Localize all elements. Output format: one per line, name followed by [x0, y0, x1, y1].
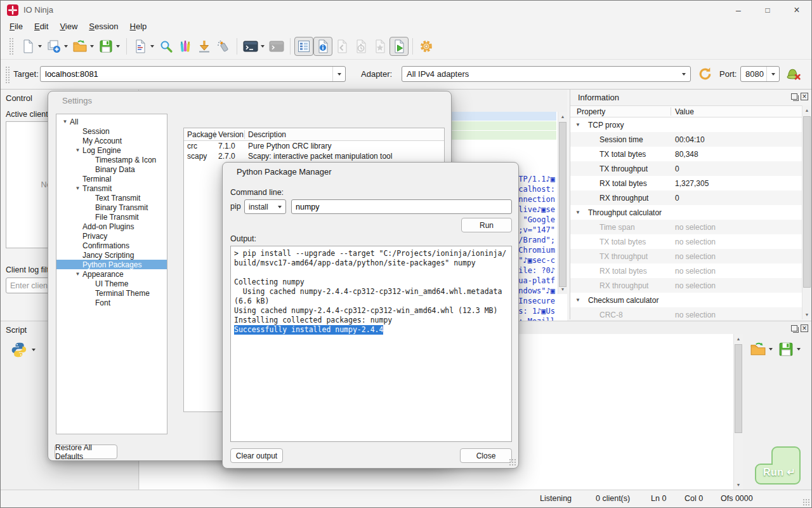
- scapy[interactable]: scapy 2.7.0 Scapy: interactive packet ma…: [184, 151, 444, 161]
- settings-tree-item[interactable]: ▼ Add-on Plugins: [56, 222, 167, 231]
- save-script-icon[interactable]: [778, 342, 794, 357]
- log-scroll-thumb[interactable]: [559, 122, 566, 287]
- information-toggle[interactable]: [313, 37, 332, 56]
- menu-item[interactable]: Edit: [29, 20, 53, 32]
- property-row[interactable]: ▼ CRC-8 no selection: [570, 307, 802, 319]
- property-row[interactable]: ▼ RX throughput no selection: [570, 278, 802, 293]
- new-session-button[interactable]: [44, 37, 63, 56]
- property-row[interactable]: ▼ Checksum calculator: [570, 293, 802, 307]
- property-row[interactable]: ▼ TX throughput no selection: [570, 249, 802, 264]
- close-panel-icon[interactable]: ×: [801, 93, 808, 100]
- output-line[interactable]: (6.6 kB): [234, 297, 508, 306]
- scroll-up-arrow[interactable]: ▲: [802, 105, 811, 115]
- highlight-button[interactable]: [176, 37, 195, 56]
- scroll-down-arrow[interactable]: ▼: [802, 310, 811, 319]
- package-name-input[interactable]: [291, 199, 512, 214]
- output-line[interactable]: > pip install --upgrade --target "C:/Pro…: [234, 249, 508, 258]
- menu-item[interactable]: Help: [125, 20, 152, 32]
- settings-tree-item[interactable]: ▼ File Transmit: [56, 212, 167, 222]
- tree-expander-icon[interactable]: ▼: [73, 185, 82, 191]
- settings-tree-item[interactable]: ▼ Privacy: [56, 231, 167, 241]
- output-line[interactable]: Collecting numpy: [234, 277, 508, 287]
- log-record-button[interactable]: [131, 37, 150, 56]
- settings-tree-item[interactable]: ▼ Timestamp & Icon: [56, 155, 167, 164]
- settings-tree-item[interactable]: ▼ Binary Transmit: [56, 203, 167, 212]
- version-column-header[interactable]: Version: [215, 130, 245, 139]
- property-row[interactable]: ▼ TX total bytes no selection: [570, 234, 802, 249]
- output-line[interactable]: build/msvc17-amd64/app-data/python/site-…: [234, 258, 508, 268]
- settings-tree-item[interactable]: ▼ Transmit: [56, 184, 167, 193]
- console-button[interactable]: [241, 37, 260, 56]
- open-script-dropdown[interactable]: [769, 348, 773, 351]
- close-button[interactable]: ×: [782, 1, 811, 19]
- clear-log-button[interactable]: [214, 37, 233, 56]
- new-file-button[interactable]: [18, 37, 37, 56]
- property-row[interactable]: ▼ TCP proxy: [570, 117, 802, 132]
- scroll-down-arrow[interactable]: ▼: [734, 480, 743, 490]
- package-column-header[interactable]: Package: [184, 130, 215, 139]
- log-scrollbar[interactable]: ▲ ▼: [558, 112, 567, 294]
- scroll-up-arrow[interactable]: ▲: [558, 112, 567, 121]
- settings-tree-item[interactable]: ▼ My Account: [56, 136, 167, 145]
- settings-button[interactable]: [417, 37, 436, 56]
- output-line[interactable]: Using cached numpy-2.4.4-cp312-cp312-win…: [234, 306, 508, 316]
- information-scroll-thumb[interactable]: [803, 116, 811, 288]
- scroll-up-arrow[interactable]: ▲: [734, 334, 743, 344]
- refresh-adapters-icon[interactable]: [697, 66, 713, 82]
- pip-run-button[interactable]: Run: [461, 218, 512, 232]
- save-button[interactable]: [96, 37, 115, 56]
- clear-output-button[interactable]: Clear output: [230, 448, 283, 463]
- property-row[interactable]: ▼ RX throughput 0: [570, 190, 802, 205]
- console-secondary-button[interactable]: [267, 37, 286, 56]
- editor-scrollbar[interactable]: ▲ ▼: [733, 334, 743, 490]
- scroll-down-arrow[interactable]: ▼: [558, 284, 567, 294]
- timestamps-button[interactable]: [351, 37, 370, 56]
- menu-item[interactable]: Session: [84, 20, 123, 32]
- tree-expander-icon[interactable]: ▼: [60, 119, 70, 124]
- restore-defaults-button[interactable]: Restore All Defaults: [55, 444, 117, 459]
- settings-tree-item[interactable]: ▼ UI Theme: [56, 279, 167, 288]
- close-dialog-button[interactable]: Close: [460, 448, 512, 463]
- settings-tree-item[interactable]: ▼ Font: [56, 298, 167, 307]
- property-row[interactable]: ▼ TX total bytes 80,348: [570, 147, 802, 161]
- import-log-button[interactable]: [195, 37, 214, 56]
- collapse-chevron-icon[interactable]: ▼: [575, 122, 584, 128]
- collapse-chevron-icon[interactable]: ▼: [575, 297, 584, 303]
- property-row[interactable]: ▼ TX throughput 0: [570, 161, 802, 176]
- settings-tree-item[interactable]: ▼ Terminal: [56, 174, 167, 184]
- new-session-dropdown[interactable]: [64, 45, 68, 48]
- settings-tree-item[interactable]: ▼ Text Transmit: [56, 193, 167, 203]
- addressbar-grip[interactable]: [6, 67, 10, 83]
- find-button[interactable]: [157, 37, 176, 56]
- minimize-button[interactable]: –: [724, 1, 753, 19]
- float-panel-icon[interactable]: [791, 93, 797, 100]
- log-record-dropdown[interactable]: [150, 45, 154, 48]
- run-script-button[interactable]: Run ↵: [754, 446, 801, 485]
- tree-expander-icon[interactable]: ▼: [73, 147, 82, 153]
- property-row[interactable]: ▼ Time span no selection: [570, 220, 802, 234]
- settings-tree-item[interactable]: ▼ Jancy Scripting: [56, 250, 167, 260]
- information-column-headers[interactable]: Property Value: [570, 105, 802, 117]
- output-line[interactable]: [234, 268, 508, 277]
- packages-table-header[interactable]: Package Version Description: [184, 128, 444, 141]
- console-dropdown[interactable]: [261, 45, 265, 48]
- property-row[interactable]: ▼ RX total bytes 1,327,305: [570, 176, 802, 190]
- save-script-dropdown[interactable]: [797, 348, 801, 351]
- settings-tree-item[interactable]: ▼ Session: [56, 126, 167, 136]
- tree-expander-icon[interactable]: ▼: [73, 271, 82, 277]
- description-column-header[interactable]: Description: [245, 130, 444, 139]
- editor-scroll-thumb[interactable]: [735, 344, 742, 433]
- port-combo[interactable]: 8080: [740, 66, 780, 82]
- target-input[interactable]: [45, 69, 345, 79]
- menu-item[interactable]: View: [55, 20, 82, 32]
- settings-tree-item[interactable]: ▼ Confirmations: [56, 241, 167, 250]
- script-language-dropdown[interactable]: [32, 349, 36, 351]
- navigate-chevron-button[interactable]: [332, 37, 351, 56]
- settings-tree-item[interactable]: ▼ Appearance: [56, 269, 167, 279]
- output-line[interactable]: Using cached numpy-2.4.4-cp312-cp312-win…: [234, 287, 508, 297]
- value-column-header[interactable]: Value: [675, 107, 694, 116]
- stop-listener-icon[interactable]: [786, 66, 802, 82]
- menu-item[interactable]: File: [4, 20, 28, 32]
- pip-action-combo[interactable]: install: [244, 199, 286, 214]
- run-script-toggle[interactable]: [390, 37, 409, 56]
